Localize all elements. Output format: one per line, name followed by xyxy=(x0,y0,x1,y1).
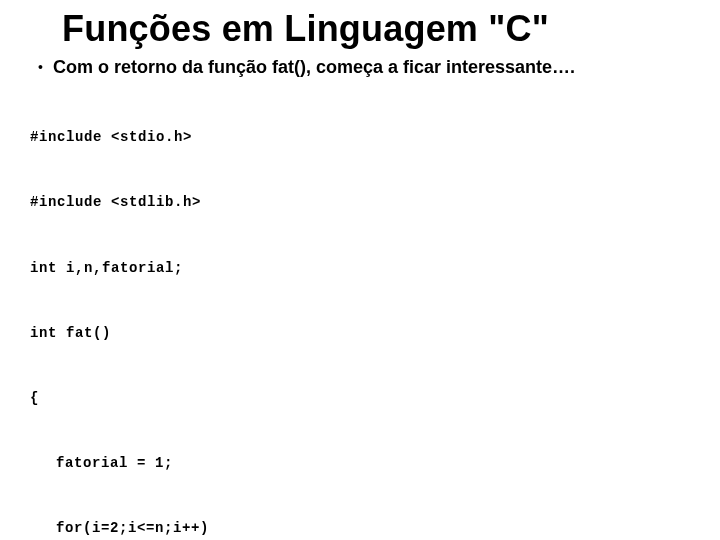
bullet-dot-icon: • xyxy=(38,56,43,78)
bullet-item: • Com o retorno da função fat(), começa … xyxy=(38,56,700,78)
bullet-text: Com o retorno da função fat(), começa a … xyxy=(53,56,575,78)
slide: Funções em Linguagem "C" • Com o retorno… xyxy=(0,0,720,540)
code-line: for(i=2;i<=n;i++) xyxy=(30,518,700,540)
code-block: #include <stdio.h> #include <stdlib.h> i… xyxy=(30,84,700,540)
slide-title: Funções em Linguagem "C" xyxy=(62,8,700,50)
code-line: int fat() xyxy=(30,323,700,345)
code-text: fatorial = 1; xyxy=(30,453,173,475)
code-line: #include <stdlib.h> xyxy=(30,192,700,214)
code-line: { xyxy=(30,388,700,410)
code-line: int i,n,fatorial; xyxy=(30,258,700,280)
code-line: #include <stdio.h> xyxy=(30,127,700,149)
code-line: fatorial = 1; xyxy=(30,453,700,475)
code-text: for(i=2;i<=n;i++) xyxy=(30,518,209,540)
